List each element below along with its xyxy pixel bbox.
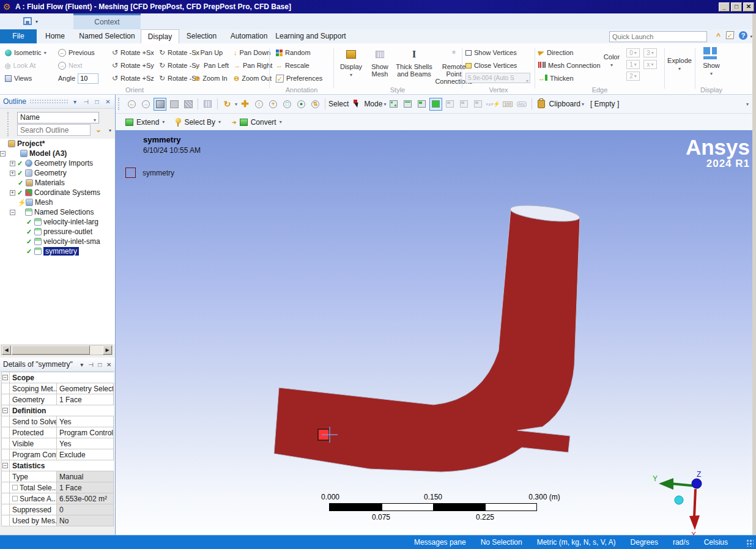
x-axis-arrow[interactable]	[689, 515, 700, 530]
details-maximize-icon[interactable]: □	[97, 361, 103, 368]
outline-search-input[interactable]	[17, 124, 91, 136]
display-style-button[interactable]: Display▾	[336, 47, 366, 79]
checkbox-icon[interactable]	[12, 485, 18, 490]
rotate-plus-sx-button[interactable]: ↺Rotate +Sx	[112, 47, 154, 58]
explode-button[interactable]: Explode▾	[665, 57, 694, 73]
isometric-sphere[interactable]	[675, 496, 683, 504]
random-colors-button[interactable]: Random	[276, 47, 311, 58]
zoom-in-button[interactable]: ⊕Zoom In	[195, 73, 228, 84]
details-pin-icon[interactable]: ⊣	[88, 361, 94, 368]
pan-up-button[interactable]: ↑Pan Up	[195, 47, 223, 58]
outline-pin-icon[interactable]: ⊣	[82, 98, 90, 105]
resize-grip[interactable]	[746, 539, 754, 547]
box-zoom-button[interactable]: □	[281, 98, 294, 111]
status-unit-system[interactable]: Metric (m, kg, N, s, V, A)	[537, 538, 616, 547]
details-row-type[interactable]: TypeManual	[2, 471, 114, 482]
tab-selection[interactable]: Selection	[179, 29, 224, 43]
tree-item-materials[interactable]: ✓Materials	[0, 178, 115, 188]
tree-item-geometry-imports[interactable]: +✓Geometry Imports	[0, 158, 115, 168]
close-button[interactable]: ✕	[743, 2, 754, 12]
details-row-used-by-mesh[interactable]: Used by Mes...No	[2, 515, 114, 526]
magnifier-window-button[interactable]: ⇅	[309, 98, 322, 111]
scroll-left-icon[interactable]: ◀	[2, 345, 11, 355]
show-vertices-button[interactable]: Show Vertices	[465, 47, 517, 58]
shaded-exterior-edges-button[interactable]	[154, 98, 166, 111]
next-view-button[interactable]: →Next	[58, 60, 83, 71]
convert-button[interactable]: ➔Convert▾	[232, 118, 282, 127]
tree-item-mesh[interactable]: ⚡Mesh	[0, 197, 115, 207]
status-temperature-unit[interactable]: Celsius	[704, 538, 728, 547]
face-filter-button[interactable]	[415, 98, 428, 111]
tab-learning-and-support[interactable]: Learning and Support	[274, 29, 347, 43]
details-row-surface-area[interactable]: Surface A...6.553e-002 m²	[2, 493, 114, 504]
tree-item-named-selections[interactable]: −Named Selections	[0, 207, 115, 217]
expand-icon[interactable]: +	[10, 190, 15, 196]
zoom-next-button[interactable]: →	[139, 98, 152, 111]
annotation-preferences-button[interactable]: ✓Preferences	[276, 73, 322, 84]
clipboard-icon[interactable]	[535, 98, 548, 111]
close-vertices-button[interactable]: Close Vertices	[465, 60, 517, 71]
details-menu-icon[interactable]: ▾	[79, 361, 85, 368]
details-section-statistics[interactable]: −Statistics	[2, 460, 114, 471]
distance-pick-button[interactable]: 100	[502, 98, 514, 111]
tab-automation[interactable]: Automation	[224, 29, 274, 43]
quick-launch-input[interactable]	[609, 31, 707, 42]
rotate-plus-sz-button[interactable]: ↺Rotate +Sz	[112, 73, 154, 84]
extend-to-adjacent-button[interactable]	[443, 98, 456, 111]
wireframe-button[interactable]	[182, 98, 195, 111]
outline-options-icon[interactable]: ▾	[109, 128, 111, 133]
outline-panel-header[interactable]: Outline ▾ ⊣ □ ✕	[0, 95, 115, 109]
status-angular-velocity-unit[interactable]: rad/s	[673, 538, 689, 547]
z-axis-sphere[interactable]	[692, 479, 702, 488]
tab-named-selection[interactable]: Named Selection	[73, 29, 141, 43]
isometric-button[interactable]: Isometric▾	[5, 47, 46, 58]
tree-item-geometry[interactable]: +✓Geometry	[0, 168, 115, 178]
zoom-previous-button[interactable]: ←	[125, 98, 138, 111]
tree-item-coordinate-systems[interactable]: +✓Coordinate Systems	[0, 188, 115, 197]
expand-icon[interactable]: +	[10, 171, 15, 176]
edge-filter-1[interactable]: 1▾	[626, 60, 640, 69]
details-section-definition[interactable]: −Definition	[2, 405, 114, 416]
maximize-button[interactable]: □	[731, 2, 742, 12]
collapse-icon[interactable]: −	[0, 151, 6, 157]
details-panel-header[interactable]: Details of "symmetry" ▾ ⊣ □ ✕	[0, 358, 115, 372]
look-at-button[interactable]: ◎Look At	[5, 60, 35, 71]
status-angle-unit[interactable]: Degrees	[631, 538, 658, 547]
panel-horizontal-scrollbar[interactable]: ◀ ▶	[1, 345, 113, 355]
expand-icon[interactable]: +	[10, 161, 15, 166]
edge-filter-2[interactable]: 2▾	[626, 72, 640, 81]
details-row-visible[interactable]: VisibleYes	[2, 438, 114, 449]
extend-button[interactable]: Extend▾	[125, 118, 165, 127]
edge-filter-0[interactable]: 0▾	[626, 48, 640, 57]
zoom-mode-button[interactable]: ↕	[253, 98, 265, 111]
details-close-icon[interactable]: ✕	[106, 361, 112, 368]
details-row-suppressed[interactable]: Suppressed0	[2, 504, 114, 515]
status-messages-pane[interactable]: Messages pane	[414, 538, 466, 547]
y-axis-arrow[interactable]	[659, 478, 673, 490]
previous-view-button[interactable]: ←Previous	[58, 47, 95, 58]
select-by-button[interactable]: Select By▾	[176, 118, 221, 127]
edge-direction-button[interactable]: Direction	[538, 47, 573, 58]
coordinate-pick-button[interactable]: x,y,z⚡	[486, 98, 500, 111]
details-section-scope[interactable]: −Scope	[2, 372, 114, 383]
rotate-minus-sx-button[interactable]: ↻Rotate -Sx	[159, 47, 199, 58]
outline-filter-dropdown[interactable]: Name▾	[17, 112, 99, 123]
help-icon[interactable]: ?	[739, 31, 747, 40]
tree-item-symmetry[interactable]: ✓symmetry	[0, 246, 115, 256]
thicken-button[interactable]: ↔Thicken	[538, 73, 574, 84]
rescale-annotation-button[interactable]: ↔Rescale	[276, 60, 309, 71]
details-row-protected[interactable]: ProtectedProgram Controlled	[2, 427, 114, 438]
edge-color-button[interactable]: Color▾	[601, 53, 623, 69]
checkbox-icon[interactable]	[12, 496, 18, 501]
clipboard-dropdown-icon[interactable]: ▾	[582, 101, 584, 107]
edge-filter-button[interactable]	[401, 98, 414, 111]
label-button[interactable]: Abc	[516, 98, 528, 111]
rotate-plus-sy-button[interactable]: ↺Rotate +Sy	[112, 60, 154, 71]
tree-item-pressure-outlet[interactable]: ✓pressure-outlet	[0, 227, 115, 237]
scrollbar-thumb[interactable]	[12, 345, 90, 355]
quick-access-dropdown-icon[interactable]: ▾	[35, 19, 38, 24]
thick-shells-beams-button[interactable]: IThick Shells and Beams	[394, 47, 434, 78]
mesh-connection-button[interactable]: Mesh Connection	[538, 60, 601, 71]
tree-item-velocity-inlet-large[interactable]: ✓velocity-inlet-larg	[0, 217, 115, 227]
rotate-dropdown-icon[interactable]: ▾	[235, 101, 237, 107]
